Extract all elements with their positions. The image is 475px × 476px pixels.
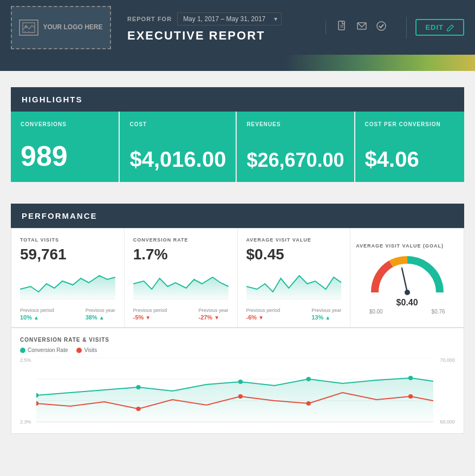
perf-total-visits: TOTAL VISITS 59,761 Previous period 10% … bbox=[11, 229, 125, 327]
header-actions bbox=[326, 21, 398, 34]
gauge-min: $0.00 bbox=[369, 309, 383, 315]
conv-rate-label: CONVERSION RATE bbox=[133, 237, 229, 243]
svg-point-31 bbox=[306, 401, 310, 406]
chart-wrap: 2.5% 2.3% bbox=[20, 357, 455, 425]
gauge-label: AVERAGE VISIT VALUE (GOAL) bbox=[356, 243, 444, 249]
conv-rate-footer: Previous period -5% ▼ Previous year -27%… bbox=[133, 308, 229, 321]
total-visits-label: TOTAL VISITS bbox=[20, 237, 115, 243]
report-for-label: REPORT FOR bbox=[127, 16, 172, 22]
avg-visit-footer: Previous period -6% ▼ Previous year 13% … bbox=[246, 308, 342, 321]
check-circle-icon[interactable] bbox=[376, 21, 387, 34]
av-prev-period-item: Previous period -6% ▼ bbox=[246, 308, 281, 321]
cpc-label: COST PER CONVERSION bbox=[365, 121, 454, 127]
highlights-header: HIGHLIGHTS bbox=[11, 87, 464, 112]
date-dropdown-wrap[interactable]: May 1, 2017 – May 31, 2017 bbox=[177, 12, 282, 25]
svg-marker-11 bbox=[133, 277, 229, 300]
prev-period-item: Previous period 10% ▲ bbox=[20, 308, 54, 321]
total-visits-footer: Previous period 10% ▲ Previous year 38% … bbox=[20, 308, 115, 321]
performance-grid: TOTAL VISITS 59,761 Previous period 10% … bbox=[11, 228, 464, 328]
logo-icon bbox=[19, 19, 38, 36]
avg-visit-label: AVERAGE VISIT VALUE bbox=[246, 237, 342, 243]
cpc-value: $4.06 bbox=[365, 148, 454, 170]
performance-header: PERFORMANCE bbox=[11, 204, 464, 228]
y-axis-left: 2.5% 2.3% bbox=[20, 357, 31, 425]
edit-button[interactable]: EDIT bbox=[415, 19, 464, 36]
svg-point-8 bbox=[377, 22, 386, 30]
conversions-label: CONVERSIONS bbox=[21, 121, 109, 127]
performance-section: PERFORMANCE TOTAL VISITS 59,761 Previous… bbox=[11, 204, 464, 434]
perf-gauge: AVERAGE VISIT VALUE (GOAL) bbox=[350, 229, 464, 327]
page-title: EXECUTIVE REPORT bbox=[127, 29, 320, 43]
perf-avg-visit-value: AVERAGE VISIT VALUE $0.45 Previous perio… bbox=[238, 229, 351, 327]
banner-strip bbox=[0, 55, 475, 71]
gauge-max: $0.76 bbox=[432, 309, 445, 315]
svg-point-27 bbox=[408, 376, 413, 380]
chart-legend: Conversion Rate Visits bbox=[20, 347, 455, 353]
legend-conversion-rate: Conversion Rate bbox=[20, 347, 68, 353]
svg-point-26 bbox=[306, 377, 310, 381]
cost-value: $4,016.00 bbox=[129, 148, 226, 170]
conversion-rate-chart bbox=[133, 268, 229, 300]
svg-point-29 bbox=[136, 407, 140, 411]
chart-title: CONVERSION RATE & VISITS bbox=[20, 337, 455, 343]
gauge-svg bbox=[367, 252, 448, 301]
prev-year-item: Previous year 38% ▲ bbox=[86, 308, 115, 321]
highlights-grid: CONVERSIONS 989 COST $4,016.00 REVENUES … bbox=[11, 112, 464, 182]
svg-point-24 bbox=[136, 385, 140, 389]
gauge-svg-wrap bbox=[367, 252, 448, 301]
total-visits-chart bbox=[20, 268, 115, 300]
highlight-conversions: CONVERSIONS 989 bbox=[11, 112, 120, 182]
header-middle: REPORT FOR May 1, 2017 – May 31, 2017 EX… bbox=[111, 12, 320, 43]
svg-line-16 bbox=[402, 268, 407, 292]
cr-prev-period-item: Previous period -5% ▼ bbox=[133, 308, 167, 321]
edit-label: EDIT bbox=[425, 23, 444, 31]
av-prev-year-item: Previous year 13% ▲ bbox=[311, 308, 341, 321]
avg-visit-value: $0.45 bbox=[246, 246, 342, 263]
gauge-range: $0.00 $0.76 bbox=[369, 309, 445, 315]
conversions-value: 989 bbox=[21, 142, 109, 170]
legend-dot-red bbox=[76, 348, 82, 353]
highlight-cost: COST $4,016.00 bbox=[120, 112, 237, 182]
svg-point-25 bbox=[238, 380, 243, 384]
svg-point-30 bbox=[238, 394, 243, 399]
legend-visits: Visits bbox=[76, 347, 97, 353]
svg-point-17 bbox=[405, 290, 409, 295]
logo-box: YOUR LOGO HERE bbox=[11, 6, 111, 49]
y-axis-right: 70,000 60,000 bbox=[440, 357, 455, 425]
total-visits-value: 59,761 bbox=[20, 246, 115, 263]
svg-point-32 bbox=[408, 394, 413, 399]
conversion-chart-section: CONVERSION RATE & VISITS Conversion Rate… bbox=[11, 328, 464, 434]
email-icon[interactable] bbox=[356, 21, 367, 34]
conv-rate-value: 1.7% bbox=[133, 246, 229, 263]
header: YOUR LOGO HERE REPORT FOR May 1, 2017 – … bbox=[0, 0, 475, 55]
main-chart-svg bbox=[36, 357, 433, 422]
revenues-label: REVENUES bbox=[246, 121, 344, 127]
cost-label: COST bbox=[129, 121, 226, 127]
pdf-icon[interactable] bbox=[337, 21, 348, 34]
svg-marker-22 bbox=[36, 378, 433, 422]
svg-marker-13 bbox=[246, 276, 342, 300]
avg-visit-chart bbox=[246, 268, 342, 300]
main-content: HIGHLIGHTS CONVERSIONS 989 COST $4,016.0… bbox=[0, 71, 475, 466]
svg-marker-9 bbox=[20, 276, 115, 300]
cr-prev-year-item: Previous year -27% ▼ bbox=[198, 308, 228, 321]
revenues-value: $26,670.00 bbox=[246, 151, 344, 170]
perf-conversion-rate: CONVERSION RATE 1.7% Previous period -5%… bbox=[125, 229, 238, 327]
divider bbox=[406, 17, 407, 38]
highlight-revenues: REVENUES $26,670.00 bbox=[237, 112, 355, 182]
logo-text: YOUR LOGO HERE bbox=[43, 23, 102, 31]
highlight-cost-per-conversion: COST PER CONVERSION $4.06 bbox=[355, 112, 464, 182]
date-range-select[interactable]: May 1, 2017 – May 31, 2017 bbox=[177, 12, 282, 25]
legend-dot-green bbox=[20, 348, 25, 353]
highlights-section: HIGHLIGHTS CONVERSIONS 989 COST $4,016.0… bbox=[11, 87, 464, 182]
